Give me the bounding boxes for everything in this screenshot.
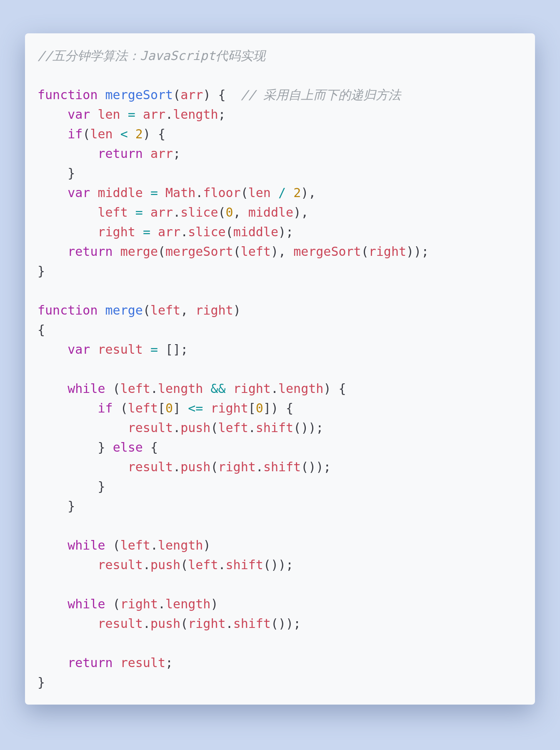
- code-token: [203, 381, 210, 396]
- code-line: if (left[0] <= right[0]) {: [38, 401, 293, 415]
- code-token: return: [68, 655, 112, 670]
- code-token: [113, 655, 120, 670]
- code-token: .: [173, 460, 180, 474]
- code-token: );: [278, 225, 293, 239]
- code-token: .: [271, 381, 278, 396]
- code-token: right: [218, 460, 256, 474]
- code-token: right: [188, 616, 225, 631]
- code-token: function: [38, 303, 98, 318]
- code-token: (: [158, 244, 165, 259]
- code-token: var: [68, 107, 90, 122]
- code-token: (: [82, 127, 90, 141]
- code-token: middle: [233, 225, 278, 239]
- code-token: [128, 205, 135, 220]
- code-token: [271, 185, 278, 200]
- code-token: (: [210, 420, 218, 435]
- code-line: result.push(left.shift());: [38, 558, 293, 572]
- code-token: left: [218, 420, 248, 435]
- code-token: length: [278, 381, 323, 396]
- code-token: [38, 558, 98, 572]
- code-line: } else {: [38, 440, 158, 455]
- code-token: [150, 225, 158, 239]
- code-token: length: [173, 107, 218, 122]
- code-token: while: [68, 381, 105, 396]
- code-token: ());: [301, 460, 331, 474]
- code-token: .: [248, 420, 256, 435]
- code-token: <=: [188, 401, 203, 415]
- code-token: (: [173, 88, 180, 102]
- code-token: 0: [256, 401, 263, 415]
- code-line: while (left.length && right.length) {: [38, 381, 346, 396]
- code-token: [38, 538, 68, 552]
- code-token: ),: [271, 244, 293, 259]
- code-token: [98, 303, 105, 318]
- code-token: [90, 185, 98, 200]
- code-card: //五分钟学算法：JavaScript代码实现 function mergeSo…: [25, 33, 535, 705]
- code-token: ));: [406, 244, 429, 259]
- code-token: [286, 185, 293, 200]
- code-token: }: [38, 675, 45, 690]
- code-token: [226, 381, 233, 396]
- code-token: (: [113, 401, 128, 415]
- code-token: merge: [105, 303, 143, 318]
- code-line: var middle = Math.floor(len / 2),: [38, 185, 316, 200]
- code-token: [38, 420, 128, 435]
- code-token: len: [90, 127, 112, 141]
- code-line: result.push(left.shift());: [38, 420, 323, 435]
- code-token: // 采用自上而下的递归方法: [241, 88, 401, 102]
- code-token: push: [180, 420, 210, 435]
- code-token: right: [98, 225, 135, 239]
- code-token: (: [218, 205, 226, 220]
- code-block: //五分钟学算法：JavaScript代码实现 function mergeSo…: [38, 46, 522, 692]
- code-token: if: [98, 401, 113, 415]
- code-token: length: [165, 597, 210, 611]
- code-token: (: [226, 225, 233, 239]
- code-token: [: [248, 401, 256, 415]
- code-token: //五分钟学算法：JavaScript代码实现: [38, 48, 265, 63]
- code-line: function mergeSort(arr) { // 采用自上而下的递归方法: [38, 88, 401, 102]
- code-token: ) {: [323, 381, 346, 396]
- code-token: arr: [180, 88, 203, 102]
- code-token: ),: [301, 185, 316, 200]
- code-token: slice: [180, 205, 218, 220]
- code-line: result.push(right.shift());: [38, 460, 331, 474]
- code-token: [143, 146, 150, 161]
- code-token: left: [150, 303, 180, 318]
- code-token: .: [195, 185, 203, 200]
- code-token: right: [369, 244, 406, 259]
- code-token: (: [143, 303, 150, 318]
- code-token: ]: [173, 401, 188, 415]
- code-token: mergeSort: [293, 244, 361, 259]
- code-token: while: [68, 538, 105, 552]
- code-token: [38, 225, 98, 239]
- code-token: len: [248, 185, 271, 200]
- code-token: slice: [188, 225, 225, 239]
- code-line: right = arr.slice(middle);: [38, 225, 293, 239]
- code-token: [143, 342, 150, 357]
- code-token: ;: [218, 107, 226, 122]
- code-token: else: [113, 440, 143, 455]
- code-token: shift: [256, 420, 293, 435]
- code-token: mergeSort: [165, 244, 233, 259]
- code-token: ) {: [203, 88, 225, 102]
- code-line: while (right.length): [38, 597, 218, 611]
- code-token: 0: [226, 205, 233, 220]
- code-token: mergeSort: [105, 88, 173, 102]
- code-token: return: [68, 244, 112, 259]
- code-token: ());: [271, 616, 301, 631]
- code-token: [120, 107, 128, 122]
- code-token: [38, 205, 98, 220]
- code-token: ): [210, 597, 218, 611]
- code-token: &&: [210, 381, 225, 396]
- code-token: left: [98, 205, 128, 220]
- code-token: [38, 616, 98, 631]
- code-token: result: [128, 420, 173, 435]
- code-line: var result = [];: [38, 342, 188, 357]
- code-token: =: [135, 205, 143, 220]
- code-token: [38, 107, 68, 122]
- code-token: /: [278, 185, 286, 200]
- code-token: [38, 597, 68, 611]
- code-token: [158, 185, 165, 200]
- code-token: ());: [293, 420, 323, 435]
- code-token: <: [120, 127, 128, 141]
